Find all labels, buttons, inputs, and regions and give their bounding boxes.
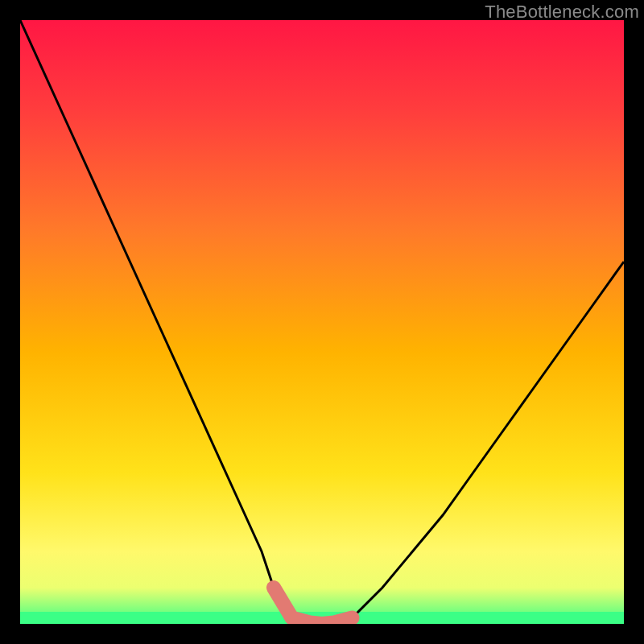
chart-frame: TheBottleneck.com bbox=[0, 0, 644, 644]
plot-area bbox=[20, 20, 624, 624]
optimal-highlight bbox=[20, 20, 624, 624]
watermark-text: TheBottleneck.com bbox=[485, 2, 639, 23]
optimal-segment bbox=[274, 588, 353, 624]
